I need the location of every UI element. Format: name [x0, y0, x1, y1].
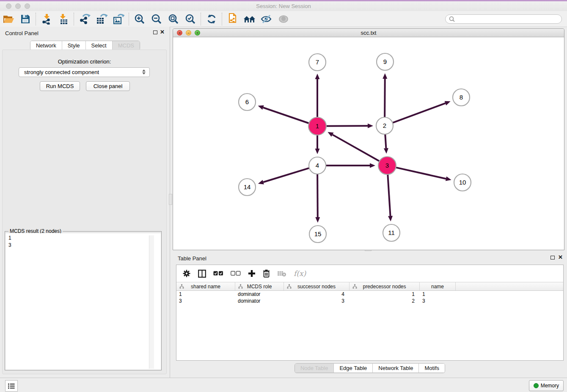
export-table-button[interactable]: [93, 12, 110, 26]
table-cell[interactable]: 3: [420, 298, 456, 304]
zoom-selected-button[interactable]: [182, 12, 199, 26]
run-mcds-button[interactable]: Run MCDS: [40, 81, 80, 91]
graph-edge-3-10[interactable]: [396, 167, 446, 179]
network-window-titlebar[interactable]: × − + scc.txt: [173, 29, 564, 37]
select-all-columns-button[interactable]: [213, 271, 223, 276]
import-table-button[interactable]: [55, 12, 72, 26]
table-cell[interactable]: 1: [350, 291, 420, 298]
table-tab-motifs[interactable]: Motifs: [419, 364, 445, 373]
show-all-button[interactable]: [275, 12, 292, 26]
export-image-button[interactable]: [110, 12, 127, 26]
graph-edge-1-2[interactable]: [326, 126, 368, 126]
table-cell[interactable]: 3: [284, 298, 350, 304]
zoom-out-button[interactable]: [148, 12, 165, 26]
vertical-splitter-grip[interactable]: [169, 194, 172, 205]
column-header-successor-nodes[interactable]: successor nodes: [284, 282, 350, 290]
table-row-1[interactable]: 1dominator411: [176, 291, 563, 298]
column-header-label: name: [431, 284, 444, 290]
graph-edge-3-11[interactable]: [388, 174, 390, 216]
column-header-name[interactable]: name: [420, 282, 456, 290]
control-panel-tabs: NetworkStyleSelectMCDS: [0, 41, 170, 50]
table-cell[interactable]: dominator: [235, 291, 284, 298]
table-tab-network-table[interactable]: Network Table: [373, 364, 419, 373]
network-canvas[interactable]: 7968124314101511: [173, 37, 564, 250]
graph-edge-4-14[interactable]: [263, 168, 310, 182]
table-cell[interactable]: dominator: [235, 298, 284, 304]
column-header-shared-name[interactable]: shared name: [176, 282, 235, 290]
result-scrollbar[interactable]: [149, 235, 154, 369]
graph-node-6[interactable]: 6: [239, 94, 256, 110]
graph-node-3[interactable]: 3: [378, 157, 396, 174]
function-builder-button-disabled: f(x): [294, 269, 306, 278]
network-window-title: scc.txt: [173, 30, 564, 36]
open-session-button[interactable]: [0, 12, 17, 26]
clone-network-button[interactable]: [224, 12, 241, 26]
column-header-MCDS-role[interactable]: MCDS role: [235, 282, 284, 290]
column-header-predecessor-nodes[interactable]: predecessor nodes: [350, 282, 420, 290]
graph-edge-2-9[interactable]: [385, 79, 385, 118]
graph-edge-2-3[interactable]: [385, 134, 386, 148]
graph-edge-3-1[interactable]: [333, 135, 380, 161]
table-cell[interactable]: 1: [420, 291, 456, 298]
close-table-panel-icon[interactable]: ✕: [558, 254, 563, 260]
float-panel-icon[interactable]: [153, 30, 157, 34]
toolbar-separator: [222, 13, 223, 25]
save-session-button[interactable]: [17, 12, 34, 26]
tab-network[interactable]: Network: [30, 41, 62, 50]
trash-icon: [263, 269, 270, 278]
apply-layout-button[interactable]: [203, 12, 220, 26]
first-neighbors-button[interactable]: [241, 12, 258, 26]
table-cell[interactable]: 2: [350, 298, 420, 304]
graph-node-2[interactable]: 2: [376, 117, 393, 134]
table-row-2[interactable]: 3dominator323: [176, 298, 563, 304]
graph-edge-arrowhead-4-14: [258, 180, 264, 185]
table-cell[interactable]: 4: [284, 291, 350, 298]
graph-node-11[interactable]: 11: [383, 224, 400, 241]
criterion-value: strongly connected component: [24, 69, 99, 75]
control-panel-header: Control Panel ✕: [0, 27, 170, 39]
graph-edge-1-6[interactable]: [263, 108, 309, 124]
graph-node-4[interactable]: 4: [309, 157, 326, 174]
table-settings-button[interactable]: [182, 269, 191, 278]
toggle-column-pane-button[interactable]: [198, 270, 206, 278]
zoom-in-button[interactable]: [131, 12, 148, 26]
graph-node-1[interactable]: 1: [308, 117, 326, 135]
graph-node-10[interactable]: 10: [454, 174, 471, 191]
column-header-label: shared name: [191, 284, 220, 290]
graph-node-14[interactable]: 14: [239, 179, 256, 196]
graph-node-9[interactable]: 9: [377, 53, 394, 70]
task-history-button[interactable]: [5, 380, 18, 392]
import-table-icon: [58, 14, 69, 25]
tab-style[interactable]: Style: [62, 41, 86, 50]
table-tab-node-table[interactable]: Node Table: [295, 364, 334, 373]
toolbar-separator: [129, 13, 129, 25]
criterion-select[interactable]: strongly connected component: [19, 67, 150, 77]
graph-edge-4-15[interactable]: [317, 174, 318, 217]
hide-selected-button[interactable]: [258, 12, 275, 26]
export-network-icon: [79, 14, 91, 25]
graph-node-label: 3: [385, 162, 389, 169]
zoom-fit-button[interactable]: [165, 12, 182, 26]
close-panel-icon[interactable]: ✕: [160, 29, 165, 35]
deselect-all-columns-button[interactable]: [231, 271, 241, 276]
graph-edge-2-8[interactable]: [392, 103, 446, 123]
tab-mcds[interactable]: MCDS: [113, 41, 140, 50]
memory-button[interactable]: Memory: [529, 380, 564, 391]
delete-column-button[interactable]: [263, 269, 270, 278]
table-tab-edge-table[interactable]: Edge Table: [334, 364, 373, 373]
create-column-button[interactable]: [248, 270, 256, 277]
table-cell[interactable]: 1: [176, 291, 235, 298]
graph-node-8[interactable]: 8: [453, 89, 470, 106]
graph-node-15[interactable]: 15: [309, 226, 326, 243]
import-network-button[interactable]: [38, 12, 55, 26]
graph-edge-arrowhead-1-7: [315, 74, 320, 79]
mcds-result-list[interactable]: 1 3: [6, 233, 161, 370]
search-input[interactable]: [445, 14, 562, 24]
houses-icon: [243, 14, 256, 24]
close-panel-button[interactable]: Close panel: [86, 81, 130, 91]
float-table-panel-icon[interactable]: [550, 256, 555, 259]
export-network-button[interactable]: [76, 12, 93, 26]
tab-select[interactable]: Select: [86, 41, 113, 50]
graph-node-7[interactable]: 7: [309, 54, 326, 71]
table-cell[interactable]: 3: [176, 298, 235, 304]
